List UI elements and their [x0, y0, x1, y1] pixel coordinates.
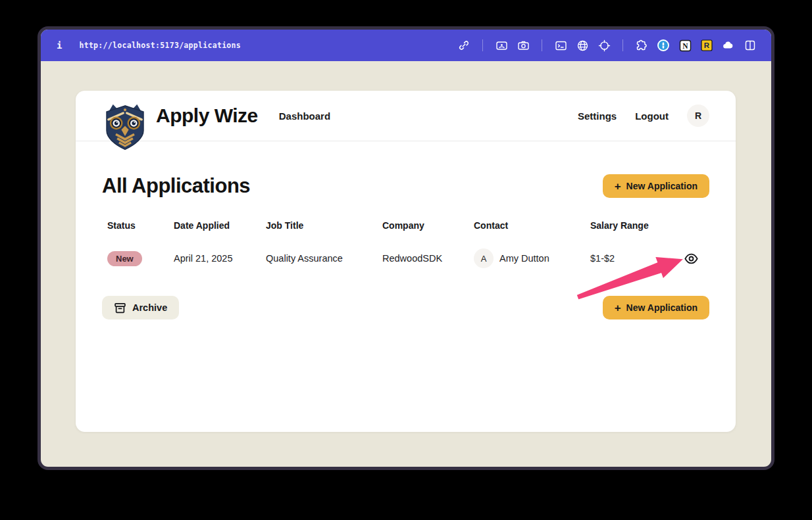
table-row: New April 21, 2025 Quality Assurance Red…	[102, 248, 709, 268]
app-header: Apply Wize Dashboard Settings Logout R	[76, 91, 736, 141]
contact-cell: A Amy Dutton	[469, 248, 585, 268]
split-view-icon[interactable]	[744, 39, 757, 52]
camera-icon[interactable]	[517, 39, 530, 52]
browser-toolbar: i http://localhost:5173/applications	[41, 30, 771, 61]
extensions-puzzle-icon[interactable]	[635, 39, 648, 52]
contact-avatar: A	[474, 248, 494, 268]
nav-dashboard[interactable]: Dashboard	[279, 110, 330, 122]
plus-icon: +	[615, 181, 621, 192]
col-date-applied: Date Applied	[168, 220, 261, 231]
terminal-icon[interactable]	[554, 39, 567, 52]
toolbar-divider	[482, 39, 483, 51]
table-header-row: Status Date Applied Job Title Company Co…	[102, 220, 709, 231]
plus-icon: +	[615, 302, 621, 314]
col-salary-range: Salary Range	[585, 220, 709, 231]
applications-section: All Applications + New Application Statu…	[76, 141, 736, 319]
link-icon[interactable]	[457, 39, 470, 52]
screenshot-frame-icon[interactable]	[495, 39, 508, 52]
archive-box-icon	[114, 302, 126, 314]
page-title: All Applications	[102, 174, 250, 198]
settings-link[interactable]: Settings	[578, 110, 617, 122]
applications-table: Status Date Applied Job Title Company Co…	[102, 220, 709, 268]
archive-label: Archive	[132, 302, 167, 313]
actions-row: Archive + New Application	[102, 296, 709, 319]
user-avatar[interactable]: R	[687, 105, 709, 127]
col-job-title: Job Title	[261, 220, 377, 231]
date-applied-cell: April 21, 2025	[168, 253, 261, 264]
browser-window: i http://localhost:5173/applications	[38, 26, 774, 470]
page-background: Apply Wize Dashboard Settings Logout R A…	[41, 61, 771, 467]
new-application-label: New Application	[626, 181, 698, 191]
company-cell: RedwoodSDK	[377, 253, 469, 264]
contact-name: Amy Dutton	[499, 253, 549, 264]
info-icon[interactable]: i	[57, 40, 62, 51]
new-application-label: New Application	[626, 302, 698, 313]
app-card: Apply Wize Dashboard Settings Logout R A…	[76, 91, 736, 432]
new-application-button-top[interactable]: + New Application	[603, 174, 709, 198]
logout-link[interactable]: Logout	[635, 110, 669, 122]
globe-icon[interactable]	[576, 39, 589, 52]
col-status: Status	[102, 220, 168, 231]
notion-icon[interactable]: N	[678, 39, 692, 52]
status-cell: New	[102, 251, 168, 266]
salary-range-cell: $1-$2	[585, 250, 709, 266]
cloud-icon[interactable]	[722, 39, 735, 52]
status-badge: New	[107, 251, 142, 266]
toolbar-divider	[542, 39, 542, 51]
brand-title[interactable]: Apply Wize	[156, 105, 258, 127]
salary-range-value: $1-$2	[590, 253, 615, 264]
r-badge-icon[interactable]: R	[700, 39, 713, 52]
crosshair-icon[interactable]	[597, 39, 611, 52]
col-contact: Contact	[469, 220, 585, 231]
new-application-button-bottom[interactable]: + New Application	[603, 296, 709, 319]
job-title-cell: Quality Assurance	[261, 253, 377, 264]
address-bar[interactable]: http://localhost:5173/applications	[79, 41, 241, 50]
archive-button[interactable]: Archive	[102, 296, 179, 319]
col-company: Company	[377, 220, 469, 231]
toolbar-divider	[622, 39, 623, 51]
svg-text:R: R	[704, 41, 710, 49]
owl-logo	[102, 103, 148, 151]
onepassword-icon[interactable]	[657, 39, 670, 52]
view-application-eye-icon[interactable]	[683, 250, 699, 266]
svg-text:N: N	[682, 41, 688, 49]
